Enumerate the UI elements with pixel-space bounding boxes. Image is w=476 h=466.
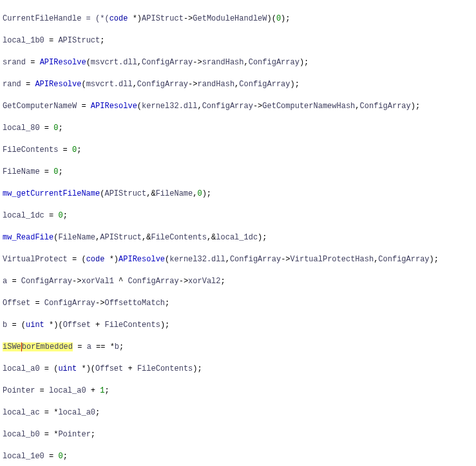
code-line: Offset = ConfigArray->OffsettoMatch;	[3, 298, 473, 309]
code-line: local_1b0 = APIStruct;	[3, 35, 473, 46]
code-line: FileName = 0;	[3, 167, 473, 178]
code-line: Pointer = local_a0 + 1;	[3, 386, 473, 396]
code-line: CurrentFileHandle = (*(code *)APIStruct-…	[3, 14, 473, 24]
decompiled-code-block: CurrentFileHandle = (*(code *)APIStruct-…	[3, 3, 473, 466]
code-line-highlighted: iSWeborEmbedded = a == *b;	[3, 342, 473, 353]
code-line: b = (uint *)(Offset + FileContents);	[3, 320, 473, 331]
code-line: GetComputerNameW = APIResolve(kernel32.d…	[3, 101, 473, 112]
code-line: local_b0 = *Pointer;	[3, 429, 473, 440]
code-line: local_1dc = 0;	[3, 210, 473, 221]
code-line: srand = APIResolve(msvcrt.dll,ConfigArra…	[3, 57, 473, 68]
code-line: FileContents = 0;	[3, 145, 473, 156]
code-line: local_ac = *local_a0;	[3, 407, 473, 418]
code-line: mw_getCurrentFileName(APIStruct,&FileNam…	[3, 189, 473, 200]
code-line: rand = APIResolve(msvcrt.dll,ConfigArray…	[3, 79, 473, 90]
code-line: local_1e0 = 0;	[3, 451, 473, 462]
code-line: mw_ReadFile(FileName,APIStruct,&FileCont…	[3, 232, 473, 243]
code-line: VirtualProtect = (code *)APIResolve(kern…	[3, 254, 473, 265]
code-line: local_80 = 0;	[3, 123, 473, 134]
code-line: local_a0 = (uint *)(Offset + FileContent…	[3, 364, 473, 375]
code-line: a = ConfigArray->xorVal1 ^ ConfigArray->…	[3, 276, 473, 287]
